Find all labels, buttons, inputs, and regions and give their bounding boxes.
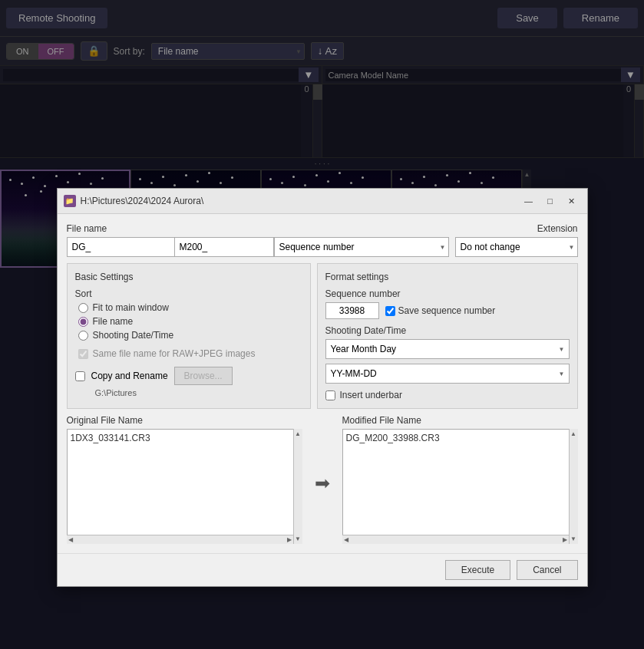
- mod-hscroll[interactable]: ◀ ▶: [342, 535, 569, 544]
- dialog-footer: Execute Cancel: [58, 553, 587, 586]
- extension-label: Extension: [537, 223, 578, 234]
- sequence-select[interactable]: Sequence number Shooting Date/Time None: [274, 237, 449, 257]
- maximize-button[interactable]: □: [541, 193, 560, 209]
- sequence-row: Save sequence number: [325, 302, 570, 319]
- same-filename-row: Same file name for RAW+JPEG images: [75, 348, 302, 359]
- sort-datetime-radio[interactable]: [78, 331, 88, 341]
- right-arrow-icon: ➡: [315, 473, 330, 494]
- basic-settings-title: Basic Settings: [75, 272, 302, 282]
- orig-hscroll-right[interactable]: ▶: [286, 535, 293, 545]
- dialog-path: H:\Pictures\2024\2024 Aurora\: [81, 196, 515, 206]
- mod-hscroll-right[interactable]: ▶: [561, 535, 569, 545]
- save-seq-checkbox[interactable]: [385, 306, 395, 316]
- prefix2-input[interactable]: [174, 237, 274, 257]
- original-filename-box: Original File Name 1DX3_033141.CR3 ▲ ▼ ◀: [67, 415, 302, 544]
- dialog-icon: 📁: [64, 195, 76, 207]
- format-settings-title: Format settings: [325, 272, 570, 282]
- modified-filename-box: Modified File Name DG_M200_33988.CR3 ▲ ▼…: [342, 415, 578, 544]
- cancel-button[interactable]: Cancel: [517, 560, 577, 580]
- modified-file-list[interactable]: DG_M200_33988.CR3: [342, 429, 578, 544]
- dialog-titlebar: 📁 H:\Pictures\2024\2024 Aurora\ — □ ✕: [58, 189, 587, 214]
- close-button[interactable]: ✕: [563, 193, 581, 209]
- date-format2-select[interactable]: YY-MM-DD MM-DD-YY DD-MM-YY YYYY-MM-DD: [325, 364, 570, 384]
- copy-rename-label: Copy and Rename: [91, 371, 168, 381]
- sort-filename-radio[interactable]: [78, 317, 88, 327]
- copy-path: G:\Pictures: [75, 388, 302, 397]
- browse-button[interactable]: Browse...: [174, 367, 233, 385]
- prefix1-input[interactable]: [67, 237, 174, 257]
- sort-filename-label: File name: [93, 316, 134, 327]
- copy-rename-checkbox[interactable]: [75, 371, 85, 381]
- sort-section: Sort Fit to main window File name: [75, 288, 302, 341]
- execute-button[interactable]: Execute: [445, 560, 510, 580]
- orig-hscroll[interactable]: ◀ ▶: [67, 535, 293, 544]
- sort-datetime-label: Shooting Date/Time: [93, 330, 174, 341]
- extension-select[interactable]: Do not change .jpg .cr3: [455, 237, 578, 257]
- modified-file-label: Modified File Name: [342, 415, 578, 426]
- sort-radio-group: Fit to main window File name Shooting Da…: [75, 302, 302, 341]
- save-seq-text: Save sequence number: [398, 305, 496, 316]
- dialog-content: File name Extension Sequence number Shoo…: [58, 214, 587, 553]
- sort-fit-label: Fit to main window: [93, 302, 169, 313]
- orig-scroll-down[interactable]: ▼: [293, 534, 302, 544]
- mod-scroll-up[interactable]: ▲: [569, 429, 578, 439]
- format-settings-panel: Format settings Sequence number Save seq…: [317, 263, 578, 409]
- minimize-button[interactable]: —: [520, 193, 538, 209]
- mod-scroll-down[interactable]: ▼: [569, 534, 578, 544]
- original-file-list[interactable]: 1DX3_033141.CR3: [67, 429, 302, 544]
- dialog-window-controls: — □ ✕: [520, 193, 581, 209]
- rename-dialog: 📁 H:\Pictures\2024\2024 Aurora\ — □ ✕ Fi…: [57, 188, 588, 587]
- sort-section-label: Sort: [75, 288, 302, 299]
- filename-label: File name: [67, 223, 107, 234]
- sort-fit-radio[interactable]: [78, 303, 88, 313]
- date-format1-wrapper: Year Month Day Month Day Year Day Month …: [325, 339, 570, 359]
- original-file-label: Original File Name: [67, 415, 302, 426]
- same-filename-label: Same file name for RAW+JPEG images: [93, 348, 256, 359]
- sort-radio-filename[interactable]: File name: [78, 316, 302, 327]
- original-file-value: 1DX3_033141.CR3: [71, 433, 150, 443]
- insert-underbar-label: Insert underbar: [340, 390, 402, 400]
- sort-radio-datetime[interactable]: Shooting Date/Time: [78, 330, 302, 341]
- orig-vscroll[interactable]: ▲ ▼: [293, 429, 302, 544]
- same-filename-checkbox[interactable]: [78, 349, 88, 359]
- insert-underbar-row: Insert underbar: [325, 390, 570, 400]
- insert-underbar-checkbox[interactable]: [325, 390, 335, 400]
- modified-file-value: DG_M200_33988.CR3: [346, 433, 440, 443]
- mod-hscroll-left[interactable]: ◀: [342, 535, 350, 545]
- sort-radio-fit[interactable]: Fit to main window: [78, 302, 302, 313]
- orig-scroll-up[interactable]: ▲: [293, 429, 302, 439]
- file-lists-section: Original File Name 1DX3_033141.CR3 ▲ ▼ ◀: [67, 415, 578, 544]
- arrow-indicator: ➡: [309, 473, 336, 494]
- seq-number-label: Sequence number: [325, 288, 570, 299]
- settings-columns: Basic Settings Sort Fit to main window F…: [67, 263, 578, 409]
- mod-vscroll[interactable]: ▲ ▼: [569, 429, 578, 544]
- date-format1-select[interactable]: Year Month Day Month Day Year Day Month …: [325, 339, 570, 359]
- seq-number-input[interactable]: [325, 302, 379, 319]
- copy-rename-row: Copy and Rename Browse...: [75, 367, 302, 385]
- orig-hscroll-left[interactable]: ◀: [67, 535, 74, 545]
- save-seq-label[interactable]: Save sequence number: [385, 305, 496, 316]
- dialog-overlay: 📁 H:\Pictures\2024\2024 Aurora\ — □ ✕ Fi…: [0, 0, 644, 649]
- shooting-dt-label: Shooting Date/Time: [325, 325, 570, 336]
- date-format2-wrapper: YY-MM-DD MM-DD-YY DD-MM-YY YYYY-MM-DD ▼: [325, 364, 570, 384]
- basic-settings-panel: Basic Settings Sort Fit to main window F…: [67, 263, 311, 409]
